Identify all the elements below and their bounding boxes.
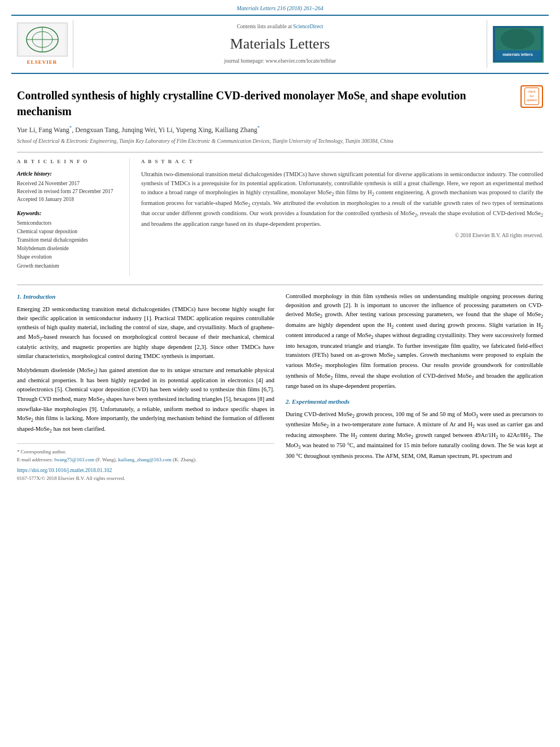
svg-text:materials letters: materials letters bbox=[502, 53, 533, 56]
abstract-col: A B S T R A C T Ultrathin two-dimensiona… bbox=[141, 158, 543, 276]
email1-link[interactable]: fwang75@163.com bbox=[54, 457, 94, 462]
article-content: Controlled synthesis of highly crystalli… bbox=[0, 74, 560, 497]
journal-title-header: Materials Letters bbox=[230, 34, 330, 54]
footnote-area: * Corresponding author. E-mail addresses… bbox=[17, 443, 274, 464]
article-info-col: A R T I C L E I N F O Article history: R… bbox=[17, 158, 130, 276]
keyword-6: Growth mechanism bbox=[17, 262, 121, 270]
email-note: E-mail addresses: fwang75@163.com (F. Wa… bbox=[17, 456, 274, 464]
elsevier-brand: ELSEVIER bbox=[27, 59, 58, 66]
section2-para1: During CVD-derived MoSe2 growth process,… bbox=[286, 410, 543, 461]
affiliation: School of Electrical & Electronic Engine… bbox=[17, 138, 543, 145]
svg-point-8 bbox=[501, 29, 535, 49]
keyword-3: Transition metal dichalcogenides bbox=[17, 236, 121, 244]
issn-line: 0167-577X/© 2018 Elsevier B.V. All right… bbox=[17, 475, 274, 483]
bottom-doi: https://doi.org/10.1016/j.matlet.2018.01… bbox=[17, 466, 274, 488]
title-row: Controlled synthesis of highly crystalli… bbox=[17, 82, 543, 124]
elsevier-logo-area: ELSEVIER bbox=[11, 20, 73, 68]
body-two-col: 1. Introduction Emerging 2D semiconducti… bbox=[17, 292, 543, 488]
journal-header: ELSEVIER Contents lists available at Sci… bbox=[11, 15, 549, 74]
article-info-label: A R T I C L E I N F O bbox=[17, 158, 121, 165]
body-col-left: 1. Introduction Emerging 2D semiconducti… bbox=[17, 292, 274, 488]
section1-para2: Molybdenum diselenide (MoSe2) has gained… bbox=[17, 366, 274, 435]
check-badge: checkforupdates bbox=[520, 85, 543, 108]
journal-reference: Materials Letters 216 (2018) 261–264 bbox=[0, 0, 560, 15]
history-label: Article history: bbox=[17, 170, 121, 178]
author-star-1: * bbox=[69, 125, 72, 130]
body-col-right: Controlled morphology in thin film synth… bbox=[286, 292, 543, 488]
body-divider bbox=[17, 285, 543, 285]
author2-label: (K. Zhang). bbox=[173, 457, 196, 462]
copyright-line: © 2018 Elsevier B.V. All rights reserved… bbox=[141, 232, 543, 239]
info-abstract-section: A R T I C L E I N F O Article history: R… bbox=[17, 152, 543, 276]
check-badge-inner: checkforupdates bbox=[520, 85, 543, 108]
corresponding-note: * Corresponding author. bbox=[17, 448, 274, 456]
keyword-4: Molybdenum diselenide bbox=[17, 244, 121, 253]
received-date: Received 24 November 2017 bbox=[17, 180, 121, 187]
keywords-subsection: Keywords: Semiconductors Chemical vapour… bbox=[17, 209, 121, 270]
abstract-label: A B S T R A C T bbox=[141, 158, 543, 165]
author-star-2: * bbox=[257, 125, 260, 130]
ml-logo-box: materials letters bbox=[493, 26, 544, 63]
contents-text: Contents lists available at bbox=[237, 24, 291, 29]
history-subsection: Article history: Received 24 November 20… bbox=[17, 170, 121, 204]
doi-link[interactable]: https://doi.org/10.1016/j.matlet.2018.01… bbox=[17, 466, 274, 475]
author1-label: (F. Wang), bbox=[95, 457, 117, 462]
email2-link[interactable]: kailiang_zhang@163.com bbox=[118, 457, 172, 462]
section1-heading: 1. Introduction bbox=[17, 292, 274, 302]
sciencedirect-link[interactable]: ScienceDirect bbox=[293, 24, 323, 29]
elsevier-image bbox=[17, 23, 68, 56]
page: Materials Letters 216 (2018) 261–264 ELS… bbox=[0, 0, 560, 747]
keyword-1: Semiconductors bbox=[17, 219, 121, 228]
accepted-date: Accepted 16 January 2018 bbox=[17, 195, 121, 203]
contents-available-line: Contents lists available at ScienceDirec… bbox=[237, 23, 323, 30]
keyword-5: Shape evolution bbox=[17, 253, 121, 261]
emails-label: E-mail addresses: bbox=[17, 457, 53, 462]
received-revised-date: Received in revised form 27 December 201… bbox=[17, 187, 121, 195]
section1-para1: Emerging 2D semiconducting transition me… bbox=[17, 305, 274, 361]
abstract-text: Ultrathin two-dimensional transition met… bbox=[141, 170, 543, 229]
journal-ref-text: Materials Letters 216 (2018) 261–264 bbox=[237, 5, 323, 11]
section1-right-para1: Controlled morphology in thin film synth… bbox=[286, 292, 543, 391]
article-title: Controlled synthesis of highly crystalli… bbox=[17, 88, 515, 119]
keyword-2: Chemical vapour deposition bbox=[17, 228, 121, 236]
journal-center: Contents lists available at ScienceDirec… bbox=[73, 20, 487, 68]
homepage-line: journal homepage: www.elsevier.com/locat… bbox=[224, 58, 336, 65]
ml-logo-area: materials letters bbox=[487, 20, 549, 68]
check-badge-text: checkforupdates bbox=[524, 88, 539, 105]
section2-heading: 2. Experimental methods bbox=[286, 397, 543, 407]
keywords-label: Keywords: bbox=[17, 209, 121, 217]
keywords-list: Semiconductors Chemical vapour depositio… bbox=[17, 219, 121, 270]
authors-line: Yue Li, Fang Wang*, Dengxuan Tang, Junqi… bbox=[17, 124, 543, 135]
